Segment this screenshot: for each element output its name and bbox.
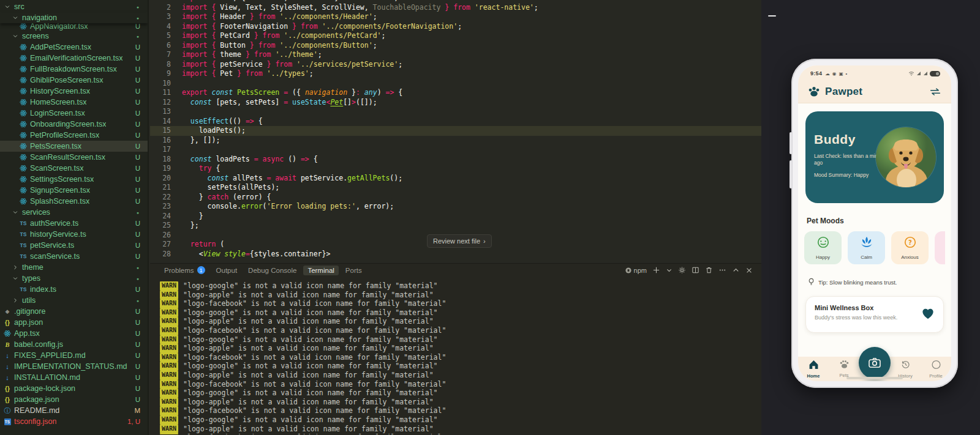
code-line-22[interactable]: 22 } catch (error) { [150,193,761,203]
code-line-16[interactable]: 16 }, []); [150,136,761,146]
sidebar-file-package-lock.json[interactable]: {}package-lock.jsonU [0,383,148,394]
sidebar-file-PetProfileScreen.tsx[interactable]: PetProfileScreen.tsxU [0,130,148,141]
sidebar-file-scanService.ts[interactable]: TSscanService.tsU [0,251,148,262]
sidebar-file-INSTALLATION.md[interactable]: ↓INSTALLATION.mdU [0,372,148,383]
warn-badge: WARN [160,317,178,326]
modified-dot-badge: ● [137,34,148,39]
sidebar-file-LoginScreen.tsx[interactable]: LoginScreen.tsxU [0,108,148,119]
sidebar-folder-theme[interactable]: theme● [0,262,148,273]
sidebar-file-ScanScreen.tsx[interactable]: ScanScreen.tsxU [0,163,148,174]
code-line-13[interactable]: 13 [150,107,761,117]
sidebar-file-SettingsScreen.tsx[interactable]: SettingsScreen.tsxU [0,174,148,185]
split-terminal-button[interactable] [692,266,699,274]
sidebar-folder-navigation[interactable]: navigation● [0,12,148,23]
mood-card-calm[interactable]: Calm [848,231,885,264]
terminal-output[interactable]: WARN"logo-google" is not a valid icon na… [150,277,761,434]
tab-ports[interactable]: Ports [341,266,366,275]
react-file-icon [18,76,28,84]
code-line-15[interactable]: 15 loadPets(); [150,126,761,136]
sidebar-file-authService.ts[interactable]: TSauthService.tsU [0,218,148,229]
camera-fab-button[interactable] [859,347,891,379]
sidebar-folder-types[interactable]: types● [0,273,148,284]
code-text: }, []); [182,136,220,146]
new-terminal-button[interactable] [652,266,660,274]
tab-debug-console[interactable]: Debug Console [244,266,301,275]
nav-item-home[interactable]: Home [798,360,829,379]
sidebar-file-PetsScreen.tsx[interactable]: PetsScreen.tsxU [0,141,148,152]
kill-terminal-button[interactable] [705,266,713,274]
code-line-28[interactable]: 28 <View style={styles.container}> [150,250,761,259]
code-line-14[interactable]: 14 useEffect(() => { [150,117,761,127]
mood-card-anxious[interactable]: ?Anxious [891,231,929,264]
sidebar-file-HistoryScreen.tsx[interactable]: HistoryScreen.tsxU [0,86,148,97]
sidebar-file-README.md[interactable]: ⓘREADME.mdM [0,405,148,416]
mood-card-ag[interactable]: Ag [935,231,945,264]
sidebar-file-AppNavigator.tsx[interactable]: AppNavigator.tsxU [0,23,148,31]
sidebar-file-historyService.ts[interactable]: TShistoryService.tsU [0,229,148,240]
minimize-dash-icon[interactable] [768,15,776,17]
home-indicator[interactable] [846,377,903,379]
code-editor[interactable]: 1import React, { useState, useEffect } f… [150,0,761,263]
sidebar-file-EmailVerificationScreen.tsx[interactable]: EmailVerificationScreen.tsxU [0,53,148,64]
code-line-3[interactable]: 3import { Header } from '../components/H… [150,12,761,22]
sidebar-file-ScanResultScreen.tsx[interactable]: ScanResultScreen.tsxU [0,152,148,163]
close-panel-button[interactable] [745,267,753,274]
terminal-settings-button[interactable] [678,266,686,274]
code-line-20[interactable]: 20 const allPets = await petService.getA… [150,174,761,184]
code-line-12[interactable]: 12 const [pets, setPets] = useState<Pet[… [150,98,761,108]
code-line-21[interactable]: 21 setPets(allPets); [150,183,761,193]
code-line-24[interactable]: 24 } [150,212,761,221]
sidebar-file-package.json[interactable]: {}package.jsonU [0,394,148,405]
sidebar-folder-services[interactable]: services● [0,207,148,218]
code-line-5[interactable]: 5import { PetCard } from '../components/… [150,31,761,41]
sidebar-folder-screens[interactable]: screens● [0,31,148,42]
nav-item-profile[interactable]: Profile [921,360,951,379]
code-line-25[interactable]: 25 }; [150,221,761,231]
sidebar-file-IMPLEMENTATION_STATUS.md[interactable]: ↓IMPLEMENTATION_STATUS.mdU [0,361,148,372]
mood-card-happy[interactable]: Happy [804,231,842,264]
nav-item-history[interactable]: History [890,360,921,379]
wellness-card[interactable]: Mini Wellness Box Buddy's stress was low… [805,296,944,333]
sidebar-file-OnboardingScreen.tsx[interactable]: OnboardingScreen.tsxU [0,119,148,130]
terminal-dropdown-button[interactable] [666,267,673,273]
sidebar-file-tsconfig.json[interactable]: TStsconfig.json1, U [0,416,148,427]
code-line-11[interactable]: 11export const PetsScreen = ({ navigatio… [150,88,761,98]
code-line-2[interactable]: 2import { View, Text, StyleSheet, Scroll… [150,3,761,13]
code-line-18[interactable]: 18 const loadPets = async () => { [150,155,761,165]
code-line-7[interactable]: 7import { theme } from '../theme'; [150,50,761,60]
sidebar-file-App.tsx[interactable]: App.tsxU [0,328,148,339]
sidebar-file-HomeScreen.tsx[interactable]: HomeScreen.tsxU [0,97,148,108]
sidebar-file-.gitignore[interactable]: ◆.gitignoreU [0,306,148,317]
sidebar-file-index.ts[interactable]: TSindex.tsU [0,284,148,295]
sidebar-file-FullBreakdownScreen.tsx[interactable]: FullBreakdownScreen.tsxU [0,64,148,75]
nav-item-pets[interactable]: Pets [829,360,859,378]
sidebar-file-app.json[interactable]: {}app.jsonU [0,317,148,328]
pet-summary-card[interactable]: Buddy Last Check: less than a minute ago… [805,111,944,203]
code-line-4[interactable]: 4import { FooterNavigation } from '../co… [150,22,761,32]
panel-more-actions-button[interactable] [718,266,726,274]
sidebar-folder-src[interactable]: src● [0,1,148,12]
sidebar-file-GhibliPoseScreen.tsx[interactable]: GhibliPoseScreen.tsxU [0,75,148,86]
code-line-9[interactable]: 9import { Pet } from '../types'; [150,69,761,79]
sidebar-file-AddPetScreen.tsx[interactable]: AddPetScreen.tsxU [0,42,148,53]
terminal-line: WARN"logo-apple" is not a valid icon nam… [160,291,761,300]
code-line-8[interactable]: 8import { petService } from '../services… [150,60,761,70]
sidebar-file-petService.ts[interactable]: TSpetService.tsU [0,240,148,251]
sidebar-file-SignupScreen.tsx[interactable]: SignupScreen.tsxU [0,185,148,196]
code-line-19[interactable]: 19 try { [150,164,761,174]
sidebar-folder-utils[interactable]: utils● [0,295,148,306]
tab-output[interactable]: Output [212,266,242,275]
maximize-panel-button[interactable] [732,266,740,274]
sidebar-file-SplashScreen.tsx[interactable]: SplashScreen.tsxU [0,196,148,207]
sidebar-file-babel.config.js[interactable]: Bbabel.config.jsU [0,339,148,350]
review-next-file-button[interactable]: Review next file› [427,234,492,248]
code-line-6[interactable]: 6import { Button } from '../components/B… [150,41,761,51]
tab-terminal[interactable]: Terminal [303,266,338,275]
sidebar-file-FIXES_APPLIED.md[interactable]: ↓FIXES_APPLIED.mdU [0,350,148,361]
code-line-10[interactable]: 10 [150,79,761,89]
tab-problems[interactable]: Problems1 [160,265,209,275]
code-line-23[interactable]: 23 console.error('Error loading pets:', … [150,202,761,212]
swap-arrows-icon[interactable] [929,87,941,96]
code-line-17[interactable]: 17 [150,145,761,155]
npm-terminal-profile[interactable]: npm [625,267,647,274]
